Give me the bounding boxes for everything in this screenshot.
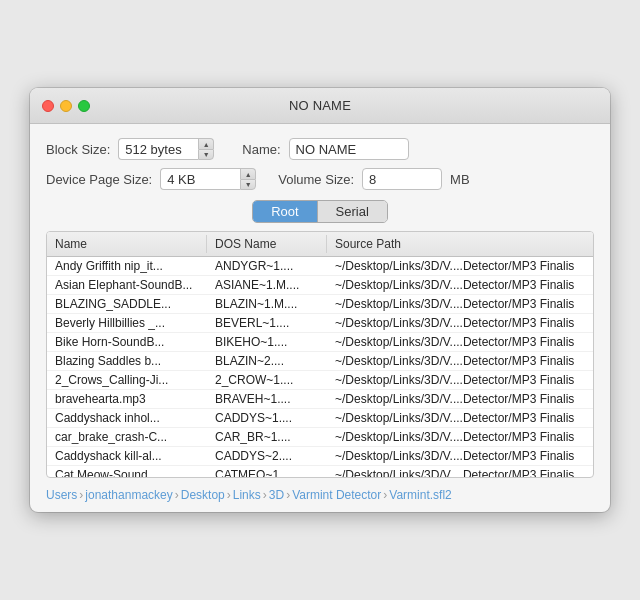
device-page-size-field: ▲ ▼: [160, 168, 256, 190]
table-cell: ~/Desktop/Links/3D/V....Detector/MP3 Fin…: [327, 409, 593, 427]
device-page-size-label: Device Page Size:: [46, 172, 152, 187]
table-cell: bravehearta.mp3: [47, 390, 207, 408]
table-row[interactable]: Andy Griffith nip_it...ANDYGR~1....~/Des…: [47, 257, 593, 276]
table-cell: ~/Desktop/Links/3D/V....Detector/MP3 Fin…: [327, 333, 593, 351]
breadcrumb-separator: ›: [227, 488, 231, 502]
table-cell: Blazing Saddles b...: [47, 352, 207, 370]
breadcrumb-separator: ›: [79, 488, 83, 502]
table-header: Name DOS Name Source Path: [47, 232, 593, 257]
col-name: Name: [47, 235, 207, 253]
tabs-container: Root Serial: [46, 200, 594, 223]
table-cell: ~/Desktop/Links/3D/V....Detector/MP3 Fin…: [327, 257, 593, 275]
table-cell: ANDYGR~1....: [207, 257, 327, 275]
block-size-down[interactable]: ▼: [198, 149, 214, 160]
col-dos-name: DOS Name: [207, 235, 327, 253]
table-row[interactable]: Bike Horn-SoundB...BIKEHO~1....~/Desktop…: [47, 333, 593, 352]
block-size-up[interactable]: ▲: [198, 138, 214, 149]
breadcrumb-separator: ›: [175, 488, 179, 502]
minimize-button[interactable]: [60, 100, 72, 112]
maximize-button[interactable]: [78, 100, 90, 112]
table-cell: car_brake_crash-C...: [47, 428, 207, 446]
tab-root[interactable]: Root: [253, 201, 317, 222]
table-cell: Andy Griffith nip_it...: [47, 257, 207, 275]
breadcrumb-separator: ›: [383, 488, 387, 502]
device-page-size-row: Device Page Size: ▲ ▼ Volume Size: MB: [46, 168, 594, 190]
table-cell: BEVERL~1....: [207, 314, 327, 332]
table-cell: CADDYS~1....: [207, 409, 327, 427]
table-cell: 2_CROW~1....: [207, 371, 327, 389]
table-row[interactable]: Asian Elephant-SoundB...ASIANE~1.M....~/…: [47, 276, 593, 295]
device-page-size-down[interactable]: ▼: [240, 179, 256, 190]
table-cell: ~/Desktop/Links/3D/V....Detector/MP3 Fin…: [327, 276, 593, 294]
table-cell: ~/Desktop/Links/3D/V....Detector/MP3 Fin…: [327, 371, 593, 389]
table-cell: BLAZING_SADDLE...: [47, 295, 207, 313]
table-cell: Beverly Hillbillies _...: [47, 314, 207, 332]
tabs: Root Serial: [252, 200, 388, 223]
table-cell: BRAVEH~1....: [207, 390, 327, 408]
table-cell: BLAZIN~1.M....: [207, 295, 327, 313]
table-cell: BIKEHO~1....: [207, 333, 327, 351]
traffic-lights: [42, 100, 90, 112]
breadcrumb-item[interactable]: Users: [46, 488, 77, 502]
table-cell: Cat Meow-Sound...: [47, 466, 207, 477]
breadcrumb-item[interactable]: Desktop: [181, 488, 225, 502]
device-page-size-input[interactable]: [160, 168, 240, 190]
close-button[interactable]: [42, 100, 54, 112]
breadcrumb: Users › jonathanmackey › Desktop › Links…: [46, 488, 594, 502]
file-table: Name DOS Name Source Path Andy Griffith …: [46, 231, 594, 478]
breadcrumb-item[interactable]: jonathanmackey: [85, 488, 172, 502]
table-cell: ~/Desktop/Links/3D/V....Detector/MP3 Fin…: [327, 295, 593, 313]
breadcrumb-separator: ›: [263, 488, 267, 502]
table-cell: ~/Desktop/Links/3D/V....Detector/MP3 Fin…: [327, 447, 593, 465]
breadcrumb-item[interactable]: Varmint Detector: [292, 488, 381, 502]
device-page-size-up[interactable]: ▲: [240, 168, 256, 179]
table-row[interactable]: Caddyshack kill-al...CADDYS~2....~/Deskt…: [47, 447, 593, 466]
table-cell: Asian Elephant-SoundB...: [47, 276, 207, 294]
breadcrumb-item[interactable]: 3D: [269, 488, 284, 502]
volume-size-input[interactable]: [362, 168, 442, 190]
block-size-field: ▲ ▼: [118, 138, 214, 160]
table-cell: ~/Desktop/Links/3D/V....Detector/MP3 Fin…: [327, 352, 593, 370]
table-cell: ~/Desktop/Links/3D/V....Detector/MP3 Fin…: [327, 466, 593, 477]
volume-size-unit: MB: [450, 172, 470, 187]
table-cell: ASIANE~1.M....: [207, 276, 327, 294]
table-cell: CATMEO~1....: [207, 466, 327, 477]
table-cell: CADDYS~2....: [207, 447, 327, 465]
table-body: Andy Griffith nip_it...ANDYGR~1....~/Des…: [47, 257, 593, 477]
breadcrumb-item[interactable]: Varmint.sfl2: [389, 488, 451, 502]
title-bar: NO NAME: [30, 88, 610, 124]
table-row[interactable]: Caddyshack inhol...CADDYS~1....~/Desktop…: [47, 409, 593, 428]
table-row[interactable]: Blazing Saddles b...BLAZIN~2....~/Deskto…: [47, 352, 593, 371]
breadcrumb-item[interactable]: Links: [233, 488, 261, 502]
block-size-label: Block Size:: [46, 142, 110, 157]
col-source-path: Source Path: [327, 235, 593, 253]
window-title: NO NAME: [289, 98, 351, 113]
volume-size-label: Volume Size:: [278, 172, 354, 187]
block-size-row: Block Size: ▲ ▼ Name:: [46, 138, 594, 160]
table-cell: ~/Desktop/Links/3D/V....Detector/MP3 Fin…: [327, 428, 593, 446]
table-row[interactable]: car_brake_crash-C...CAR_BR~1....~/Deskto…: [47, 428, 593, 447]
content-area: Block Size: ▲ ▼ Name: Device Page Size: …: [30, 124, 610, 512]
tab-serial[interactable]: Serial: [318, 201, 387, 222]
block-size-input[interactable]: [118, 138, 198, 160]
table-cell: Caddyshack inhol...: [47, 409, 207, 427]
table-row[interactable]: Cat Meow-Sound...CATMEO~1....~/Desktop/L…: [47, 466, 593, 477]
table-cell: ~/Desktop/Links/3D/V....Detector/MP3 Fin…: [327, 390, 593, 408]
table-cell: ~/Desktop/Links/3D/V....Detector/MP3 Fin…: [327, 314, 593, 332]
table-row[interactable]: bravehearta.mp3BRAVEH~1....~/Desktop/Lin…: [47, 390, 593, 409]
name-label: Name:: [242, 142, 280, 157]
breadcrumb-separator: ›: [286, 488, 290, 502]
table-row[interactable]: Beverly Hillbillies _...BEVERL~1....~/De…: [47, 314, 593, 333]
table-cell: BLAZIN~2....: [207, 352, 327, 370]
block-size-stepper: ▲ ▼: [198, 138, 214, 160]
table-row[interactable]: 2_Crows_Calling-Ji...2_CROW~1....~/Deskt…: [47, 371, 593, 390]
name-input[interactable]: [289, 138, 409, 160]
device-page-size-stepper: ▲ ▼: [240, 168, 256, 190]
table-cell: Caddyshack kill-al...: [47, 447, 207, 465]
table-row[interactable]: BLAZING_SADDLE...BLAZIN~1.M....~/Desktop…: [47, 295, 593, 314]
table-cell: CAR_BR~1....: [207, 428, 327, 446]
table-cell: 2_Crows_Calling-Ji...: [47, 371, 207, 389]
main-window: NO NAME Block Size: ▲ ▼ Name: Device Pag…: [30, 88, 610, 512]
table-cell: Bike Horn-SoundB...: [47, 333, 207, 351]
